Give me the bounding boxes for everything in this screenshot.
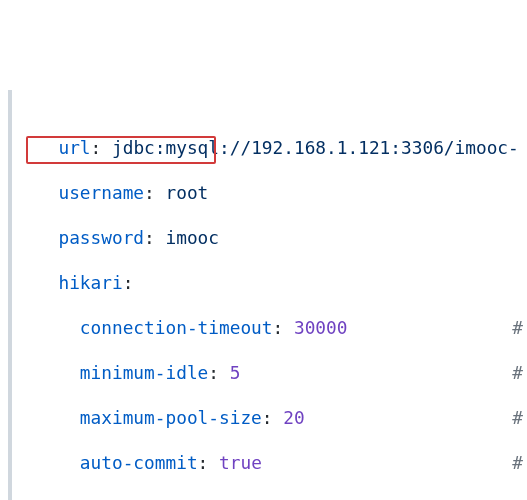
key: minimum-idle (80, 362, 208, 383)
key: password (58, 227, 144, 248)
hash-comment: # (512, 407, 527, 430)
hash-comment: # (512, 452, 527, 475)
line-password: password: imooc (37, 227, 527, 250)
key: url (58, 137, 90, 158)
key: connection-timeout (80, 317, 273, 338)
line-max-pool: maximum-pool-size: 20# (37, 407, 527, 430)
line-auto-commit: auto-commit: true# (37, 452, 527, 475)
key: auto-commit (80, 452, 198, 473)
line-hikari: hikari: (37, 272, 527, 295)
hash-comment: # (512, 362, 527, 385)
line-username: username: root (37, 182, 527, 205)
value: imooc (166, 227, 220, 248)
yaml-code-block: url: jdbc:mysql://192.168.1.121:3306/imo… (8, 90, 527, 500)
line-url: url: jdbc:mysql://192.168.1.121:3306/imo… (37, 137, 527, 160)
line-conn-timeout: connection-timeout: 30000# (37, 317, 527, 340)
value: root (166, 182, 209, 203)
value: jdbc:mysql://192.168.1.121:3306/imooc- (112, 137, 519, 158)
key: maximum-pool-size (80, 407, 262, 428)
key: username (58, 182, 144, 203)
value: 5 (230, 362, 241, 383)
line-min-idle: minimum-idle: 5# (37, 362, 527, 385)
hash-comment: # (512, 317, 527, 340)
value: 20 (283, 407, 304, 428)
value: 30000 (294, 317, 348, 338)
key: hikari (58, 272, 122, 293)
yaml-code: url: jdbc:mysql://192.168.1.121:3306/imo… (37, 115, 527, 501)
value: true (219, 452, 262, 473)
